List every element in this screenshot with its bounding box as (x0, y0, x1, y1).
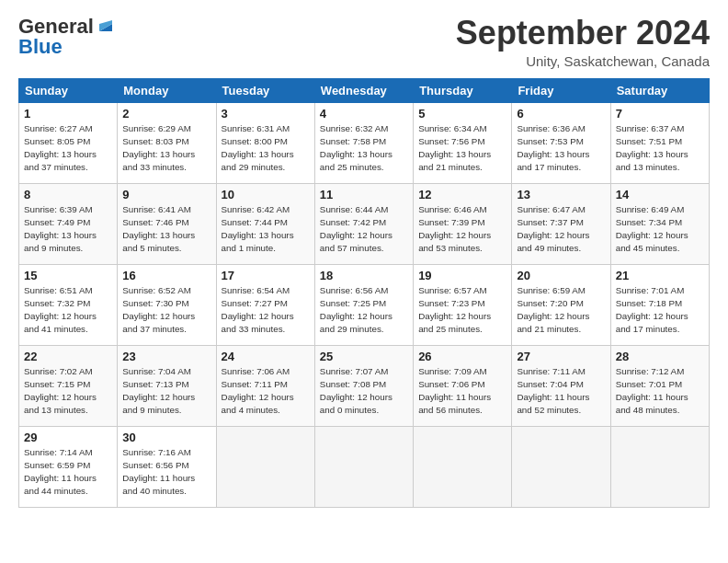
day-number: 18 (320, 269, 408, 282)
day-number: 22 (24, 350, 112, 363)
day-number: 14 (616, 188, 704, 201)
col-saturday: Saturday (610, 78, 709, 102)
day-number: 1 (24, 107, 112, 121)
table-row: 8Sunrise: 6:39 AMSunset: 7:49 PMDaylight… (19, 183, 118, 264)
location-subtitle: Unity, Saskatchewan, Canada (456, 53, 710, 69)
table-row: 24Sunrise: 7:06 AMSunset: 7:11 PMDayligh… (216, 345, 314, 426)
calendar-week-row: 15Sunrise: 6:51 AMSunset: 7:32 PMDayligh… (19, 264, 710, 345)
table-row: 2Sunrise: 6:29 AMSunset: 8:03 PMDaylight… (118, 102, 216, 183)
col-friday: Friday (512, 78, 610, 102)
table-row: 18Sunrise: 6:56 AMSunset: 7:25 PMDayligh… (314, 264, 413, 345)
month-title: September 2024 (456, 15, 710, 52)
col-thursday: Thursday (414, 78, 512, 102)
day-info: Sunrise: 7:01 AMSunset: 7:18 PMDaylight:… (616, 284, 704, 337)
day-info: Sunrise: 6:46 AMSunset: 7:39 PMDaylight:… (418, 203, 506, 256)
table-row: 19Sunrise: 6:57 AMSunset: 7:23 PMDayligh… (414, 264, 512, 345)
day-info: Sunrise: 6:34 AMSunset: 7:56 PMDaylight:… (418, 122, 506, 175)
table-row (216, 426, 314, 507)
table-row: 6Sunrise: 6:36 AMSunset: 7:53 PMDaylight… (512, 102, 610, 183)
day-info: Sunrise: 6:51 AMSunset: 7:32 PMDaylight:… (24, 284, 112, 337)
col-monday: Monday (118, 78, 216, 102)
logo-icon (96, 15, 116, 35)
day-number: 30 (122, 431, 210, 444)
table-row: 10Sunrise: 6:42 AMSunset: 7:44 PMDayligh… (216, 183, 314, 264)
table-row: 3Sunrise: 6:31 AMSunset: 8:00 PMDaylight… (216, 102, 314, 183)
day-number: 2 (122, 107, 210, 121)
table-row: 23Sunrise: 7:04 AMSunset: 7:13 PMDayligh… (118, 345, 216, 426)
day-number: 11 (320, 188, 408, 201)
col-wednesday: Wednesday (314, 78, 413, 102)
day-number: 13 (517, 188, 605, 201)
day-info: Sunrise: 6:36 AMSunset: 7:53 PMDaylight:… (517, 122, 605, 175)
calendar-header-row: Sunday Monday Tuesday Wednesday Thursday… (19, 78, 710, 102)
day-number: 27 (517, 350, 605, 363)
table-row: 28Sunrise: 7:12 AMSunset: 7:01 PMDayligh… (610, 345, 709, 426)
table-row: 11Sunrise: 6:44 AMSunset: 7:42 PMDayligh… (314, 183, 413, 264)
day-info: Sunrise: 6:27 AMSunset: 8:05 PMDaylight:… (24, 122, 112, 175)
day-number: 17 (222, 269, 310, 282)
table-row (314, 426, 413, 507)
day-info: Sunrise: 6:52 AMSunset: 7:30 PMDaylight:… (122, 284, 210, 337)
day-number: 28 (616, 350, 704, 363)
table-row: 5Sunrise: 6:34 AMSunset: 7:56 PMDaylight… (414, 102, 512, 183)
day-number: 16 (122, 269, 210, 282)
day-info: Sunrise: 6:41 AMSunset: 7:46 PMDaylight:… (122, 203, 210, 256)
day-number: 4 (320, 107, 408, 121)
day-info: Sunrise: 6:44 AMSunset: 7:42 PMDaylight:… (320, 203, 408, 256)
calendar-week-row: 22Sunrise: 7:02 AMSunset: 7:15 PMDayligh… (19, 345, 710, 426)
day-number: 8 (24, 188, 112, 201)
day-info: Sunrise: 6:39 AMSunset: 7:49 PMDaylight:… (24, 203, 112, 256)
day-info: Sunrise: 6:59 AMSunset: 7:20 PMDaylight:… (517, 284, 605, 337)
table-row: 27Sunrise: 7:11 AMSunset: 7:04 PMDayligh… (512, 345, 610, 426)
table-row: 21Sunrise: 7:01 AMSunset: 7:18 PMDayligh… (610, 264, 709, 345)
day-info: Sunrise: 6:49 AMSunset: 7:34 PMDaylight:… (616, 203, 704, 256)
day-number: 20 (517, 269, 605, 282)
day-info: Sunrise: 7:14 AMSunset: 6:59 PMDaylight:… (24, 446, 112, 499)
table-row: 12Sunrise: 6:46 AMSunset: 7:39 PMDayligh… (414, 183, 512, 264)
day-number: 12 (418, 188, 506, 201)
table-row: 26Sunrise: 7:09 AMSunset: 7:06 PMDayligh… (414, 345, 512, 426)
day-info: Sunrise: 6:37 AMSunset: 7:51 PMDaylight:… (616, 122, 704, 175)
table-row: 30Sunrise: 7:16 AMSunset: 6:56 PMDayligh… (118, 426, 216, 507)
calendar-week-row: 8Sunrise: 6:39 AMSunset: 7:49 PMDaylight… (19, 183, 710, 264)
calendar-table: Sunday Monday Tuesday Wednesday Thursday… (18, 78, 710, 508)
table-row (512, 426, 610, 507)
day-number: 24 (222, 350, 310, 363)
day-number: 3 (222, 107, 310, 121)
page: General Blue September 2024 Unity, Saska… (0, 0, 728, 563)
table-row: 4Sunrise: 6:32 AMSunset: 7:58 PMDaylight… (314, 102, 413, 183)
day-info: Sunrise: 7:06 AMSunset: 7:11 PMDaylight:… (222, 365, 310, 418)
day-info: Sunrise: 7:02 AMSunset: 7:15 PMDaylight:… (24, 365, 112, 418)
table-row: 17Sunrise: 6:54 AMSunset: 7:27 PMDayligh… (216, 264, 314, 345)
table-row: 14Sunrise: 6:49 AMSunset: 7:34 PMDayligh… (610, 183, 709, 264)
table-row: 15Sunrise: 6:51 AMSunset: 7:32 PMDayligh… (19, 264, 118, 345)
table-row: 1Sunrise: 6:27 AMSunset: 8:05 PMDaylight… (19, 102, 118, 183)
day-number: 23 (122, 350, 210, 363)
logo: General Blue (18, 15, 116, 59)
day-info: Sunrise: 6:29 AMSunset: 8:03 PMDaylight:… (122, 122, 210, 175)
table-row: 13Sunrise: 6:47 AMSunset: 7:37 PMDayligh… (512, 183, 610, 264)
day-info: Sunrise: 6:56 AMSunset: 7:25 PMDaylight:… (320, 284, 408, 337)
day-number: 6 (517, 107, 605, 121)
day-info: Sunrise: 7:16 AMSunset: 6:56 PMDaylight:… (122, 446, 210, 499)
day-number: 9 (122, 188, 210, 201)
day-info: Sunrise: 7:09 AMSunset: 7:06 PMDaylight:… (418, 365, 506, 418)
day-info: Sunrise: 6:32 AMSunset: 7:58 PMDaylight:… (320, 122, 408, 175)
day-info: Sunrise: 6:54 AMSunset: 7:27 PMDaylight:… (222, 284, 310, 337)
day-number: 25 (320, 350, 408, 363)
day-number: 26 (418, 350, 506, 363)
title-block: September 2024 Unity, Saskatchewan, Cana… (456, 15, 710, 69)
table-row (610, 426, 709, 507)
day-number: 15 (24, 269, 112, 282)
calendar-week-row: 1Sunrise: 6:27 AMSunset: 8:05 PMDaylight… (19, 102, 710, 183)
col-tuesday: Tuesday (216, 78, 314, 102)
calendar-week-row: 29Sunrise: 7:14 AMSunset: 6:59 PMDayligh… (19, 426, 710, 507)
day-number: 21 (616, 269, 704, 282)
day-info: Sunrise: 6:31 AMSunset: 8:00 PMDaylight:… (222, 122, 310, 175)
day-info: Sunrise: 7:04 AMSunset: 7:13 PMDaylight:… (122, 365, 210, 418)
header: General Blue September 2024 Unity, Saska… (18, 15, 710, 69)
day-number: 19 (418, 269, 506, 282)
table-row: 20Sunrise: 6:59 AMSunset: 7:20 PMDayligh… (512, 264, 610, 345)
day-info: Sunrise: 6:57 AMSunset: 7:23 PMDaylight:… (418, 284, 506, 337)
table-row: 25Sunrise: 7:07 AMSunset: 7:08 PMDayligh… (314, 345, 413, 426)
